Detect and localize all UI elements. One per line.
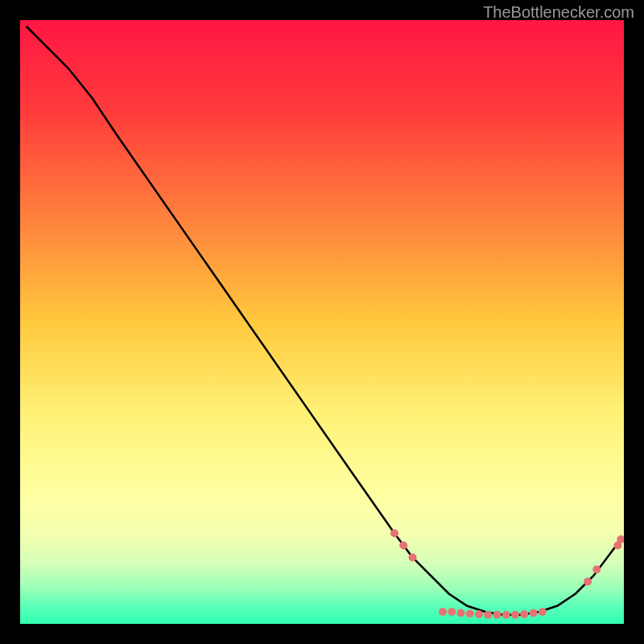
chart-container <box>20 20 624 624</box>
watermark-text: TheBottlenecker.com <box>483 3 634 22</box>
svg-rect-0 <box>20 20 624 624</box>
gradient-background <box>20 20 624 624</box>
